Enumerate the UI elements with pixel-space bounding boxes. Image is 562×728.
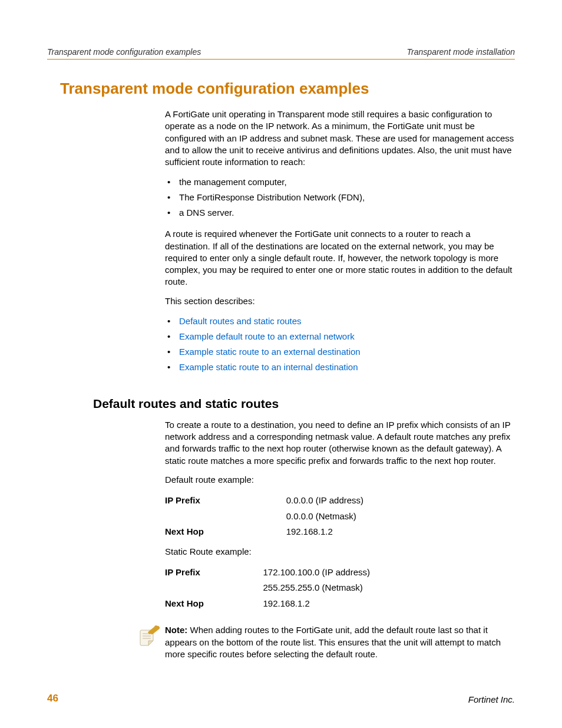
- ip-prefix-address-value: 172.100.100.0 (IP address): [263, 565, 515, 581]
- link-example-default-route-external[interactable]: Example default route to an external net…: [179, 331, 355, 341]
- intro-paragraph-1: A FortiGate unit operating in Transparen…: [165, 108, 515, 168]
- link-example-static-route-internal[interactable]: Example static route to an internal dest…: [179, 362, 358, 372]
- note-block: Note: When adding routes to the FortiGat…: [137, 624, 515, 660]
- document-page: Transparent mode configuration examples …: [0, 0, 562, 728]
- page-footer: 46 Fortinet Inc.: [47, 669, 515, 704]
- default-example-heading: Default route example:: [165, 474, 515, 486]
- list-item: a DNS server.: [165, 206, 515, 220]
- header-right: Transparent mode installation: [407, 47, 515, 57]
- note-body: When adding routes to the FortiGate unit…: [165, 625, 501, 659]
- next-hop-label: Next Hop: [165, 596, 263, 612]
- heading-1: Transparent mode configuration examples: [60, 80, 515, 98]
- intro-paragraph-2: A route is required whenever the FortiGa…: [165, 228, 515, 288]
- list-item: Default routes and static routes: [165, 314, 515, 328]
- footer-company: Fortinet Inc.: [468, 694, 515, 704]
- header-left: Transparent mode configuration examples: [47, 47, 201, 57]
- svg-point-3: [154, 625, 158, 629]
- page-number: 46: [47, 693, 58, 704]
- table-row: Next Hop 192.168.1.2: [165, 524, 515, 540]
- routes-paragraph-1: To create a route to a destination, you …: [165, 419, 515, 467]
- section-links-list: Default routes and static routes Example…: [165, 314, 515, 375]
- ip-prefix-address-value: 0.0.0.0 (IP address): [286, 493, 515, 509]
- static-example-heading: Static Route example:: [165, 546, 515, 558]
- static-route-example-table: IP Prefix 172.100.100.0 (IP address) 255…: [165, 565, 515, 612]
- intro-paragraph-3: This section describes:: [165, 295, 515, 307]
- list-item: the management computer,: [165, 175, 515, 189]
- note-label: Note:: [165, 625, 187, 635]
- intro-bullet-list: the management computer, The FortiRespon…: [165, 175, 515, 221]
- table-row: 255.255.255.0 (Netmask): [165, 580, 515, 596]
- note-text: Note: When adding routes to the FortiGat…: [165, 624, 515, 660]
- table-row: Next Hop 192.168.1.2: [165, 596, 515, 612]
- note-icon: [137, 625, 160, 652]
- link-default-routes[interactable]: Default routes and static routes: [179, 316, 302, 326]
- table-row: IP Prefix 0.0.0.0 (IP address): [165, 493, 515, 509]
- next-hop-value: 192.168.1.2: [263, 596, 515, 612]
- default-route-example-table: IP Prefix 0.0.0.0 (IP address) 0.0.0.0 (…: [165, 493, 515, 540]
- link-example-static-route-external[interactable]: Example static route to an external dest…: [179, 347, 361, 357]
- list-item: Example static route to an internal dest…: [165, 360, 515, 374]
- next-hop-value: 192.168.1.2: [286, 524, 515, 540]
- table-row: IP Prefix 172.100.100.0 (IP address): [165, 565, 515, 581]
- next-hop-label: Next Hop: [165, 524, 286, 540]
- heading-2: Default routes and static routes: [93, 397, 515, 411]
- ip-prefix-netmask-value: 0.0.0.0 (Netmask): [286, 509, 515, 525]
- ip-prefix-label: IP Prefix: [165, 493, 286, 509]
- running-header: Transparent mode configuration examples …: [47, 47, 515, 60]
- list-item: Example default route to an external net…: [165, 330, 515, 344]
- ip-prefix-netmask-value: 255.255.255.0 (Netmask): [263, 580, 515, 596]
- list-item: The FortiResponse Distribution Network (…: [165, 190, 515, 205]
- table-row: 0.0.0.0 (Netmask): [165, 509, 515, 525]
- ip-prefix-label: IP Prefix: [165, 565, 263, 581]
- list-item: Example static route to an external dest…: [165, 345, 515, 359]
